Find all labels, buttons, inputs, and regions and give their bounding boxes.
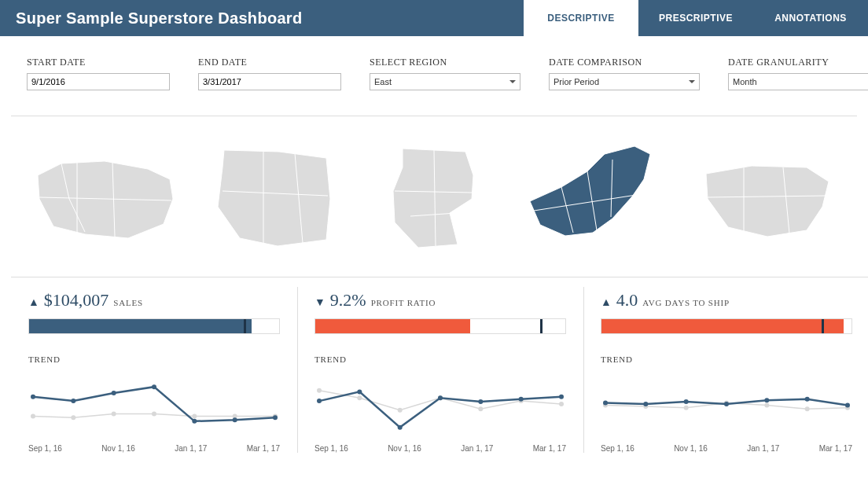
trend-label: TREND xyxy=(314,355,566,364)
map-central[interactable] xyxy=(371,144,489,254)
x-tick: Nov 1, 16 xyxy=(674,444,708,453)
metric-label: SALES xyxy=(113,298,143,307)
filter-label: END DATE xyxy=(198,57,341,68)
metric-cards: ▲ $104,007 SALES TREND Sep 1, 16 Nov 1, … xyxy=(0,277,868,459)
end-date-input[interactable] xyxy=(198,73,341,90)
x-axis-labels: Sep 1, 16 Nov 1, 16 Jan 1, 17 Mar 1, 17 xyxy=(601,444,852,453)
header-bar: Super Sample Superstore Dashboard DESCRI… xyxy=(0,0,868,36)
map-west[interactable] xyxy=(208,144,342,254)
svg-point-23 xyxy=(398,425,403,430)
svg-point-16 xyxy=(398,408,403,413)
svg-point-30 xyxy=(684,406,689,410)
x-tick: Mar 1, 17 xyxy=(533,444,566,453)
card-profit-ratio: ▼ 9.2% PROFIT RATIO TREND Sep 1, 16 Nov … xyxy=(297,277,583,459)
metric-label: PROFIT RATIO xyxy=(371,298,436,307)
svg-point-3 xyxy=(152,411,156,416)
svg-point-38 xyxy=(724,402,729,406)
map-south[interactable] xyxy=(697,152,838,246)
svg-point-4 xyxy=(192,414,197,419)
filter-bar: START DATE END DATE SELECT REGION East D… xyxy=(0,36,868,105)
card-sales: ▲ $104,007 SALES TREND Sep 1, 16 Nov 1, … xyxy=(11,277,297,459)
start-date-input[interactable] xyxy=(27,73,170,90)
tab-prescriptive[interactable]: PRESCRIPTIVE xyxy=(638,0,753,36)
bullet-fill xyxy=(29,319,252,333)
svg-point-10 xyxy=(152,384,156,389)
compare-value: Prior Period xyxy=(554,77,599,86)
x-tick: Sep 1, 16 xyxy=(314,444,348,453)
region-value: East xyxy=(374,77,392,86)
svg-point-21 xyxy=(317,399,322,403)
trend-chart-sales xyxy=(28,369,280,439)
svg-point-41 xyxy=(845,403,850,408)
dashboard-title: Super Sample Superstore Dashboard xyxy=(0,9,302,28)
filter-date-granularity: DATE GRANULARITY Month xyxy=(728,57,868,90)
svg-point-35 xyxy=(603,400,608,405)
x-tick: Jan 1, 17 xyxy=(747,444,779,453)
x-tick: Nov 1, 16 xyxy=(101,444,135,453)
tabs-container: DESCRIPTIVE PRESCRIPTIVE ANNOTATIONS xyxy=(524,0,868,36)
trend-chart-profit xyxy=(314,369,566,439)
arrow-up-icon: ▲ xyxy=(601,296,612,309)
chevron-down-icon xyxy=(509,80,516,83)
filter-date-comparison: DATE COMPARISON Prior Period xyxy=(549,57,700,90)
x-tick: Sep 1, 16 xyxy=(28,444,62,453)
svg-point-14 xyxy=(317,388,322,393)
card-ship-days: ▲ 4.0 AVG DAYS TO SHIP TREND Sep 1, 16 N… xyxy=(583,277,868,459)
svg-point-36 xyxy=(643,402,648,406)
x-axis-labels: Sep 1, 16 Nov 1, 16 Jan 1, 17 Mar 1, 17 xyxy=(314,444,566,453)
filter-label: START DATE xyxy=(27,57,170,68)
x-axis-labels: Sep 1, 16 Nov 1, 16 Jan 1, 17 Mar 1, 17 xyxy=(28,444,280,453)
divider xyxy=(11,116,857,116)
tab-annotations[interactable]: ANNOTATIONS xyxy=(753,0,868,36)
filter-label: DATE COMPARISON xyxy=(549,57,700,68)
grain-select[interactable]: Month xyxy=(728,73,868,90)
trend-chart-ship xyxy=(601,369,852,439)
metric-value: 4.0 xyxy=(616,290,638,310)
filter-start-date: START DATE xyxy=(27,57,170,90)
arrow-down-icon: ▼ xyxy=(314,296,326,309)
map-all[interactable] xyxy=(30,152,179,246)
svg-point-24 xyxy=(438,395,443,400)
svg-point-26 xyxy=(519,397,524,402)
filter-label: SELECT REGION xyxy=(370,57,520,68)
filter-end-date: END DATE xyxy=(198,57,341,90)
bullet-marker xyxy=(540,319,542,333)
svg-point-37 xyxy=(684,399,689,404)
x-tick: Jan 1, 17 xyxy=(461,444,493,453)
svg-point-15 xyxy=(357,395,362,400)
metric-value: 9.2% xyxy=(330,290,366,310)
trend-label: TREND xyxy=(601,355,852,364)
svg-point-18 xyxy=(478,406,483,411)
filter-region: SELECT REGION East xyxy=(370,57,520,90)
svg-point-40 xyxy=(805,397,810,402)
bullet-marker xyxy=(244,319,246,333)
bullet-fill xyxy=(601,319,844,333)
region-select[interactable]: East xyxy=(370,73,520,90)
trend-label: TREND xyxy=(28,355,280,364)
map-east[interactable] xyxy=(518,140,668,258)
bullet-chart-ship xyxy=(601,318,852,334)
bullet-chart-profit xyxy=(314,318,566,334)
svg-point-12 xyxy=(233,417,237,422)
x-tick: Jan 1, 17 xyxy=(175,444,207,453)
bullet-chart-sales xyxy=(28,318,280,334)
svg-point-39 xyxy=(764,398,769,402)
compare-select[interactable]: Prior Period xyxy=(549,73,700,90)
metric-header: ▼ 9.2% PROFIT RATIO xyxy=(314,290,566,310)
svg-point-8 xyxy=(71,399,75,403)
svg-point-22 xyxy=(357,389,362,394)
filter-label: DATE GRANULARITY xyxy=(728,57,868,68)
svg-point-11 xyxy=(192,419,197,424)
svg-point-1 xyxy=(71,415,75,420)
region-map-row xyxy=(0,124,868,277)
svg-point-20 xyxy=(559,402,564,406)
bullet-marker xyxy=(822,319,824,333)
tab-descriptive[interactable]: DESCRIPTIVE xyxy=(524,0,638,36)
svg-point-33 xyxy=(805,406,810,411)
svg-point-27 xyxy=(559,395,564,399)
metric-header: ▲ 4.0 AVG DAYS TO SHIP xyxy=(601,290,852,310)
svg-point-9 xyxy=(112,391,116,395)
svg-point-2 xyxy=(112,411,116,416)
svg-point-13 xyxy=(273,415,278,420)
arrow-up-icon: ▲ xyxy=(28,296,39,309)
